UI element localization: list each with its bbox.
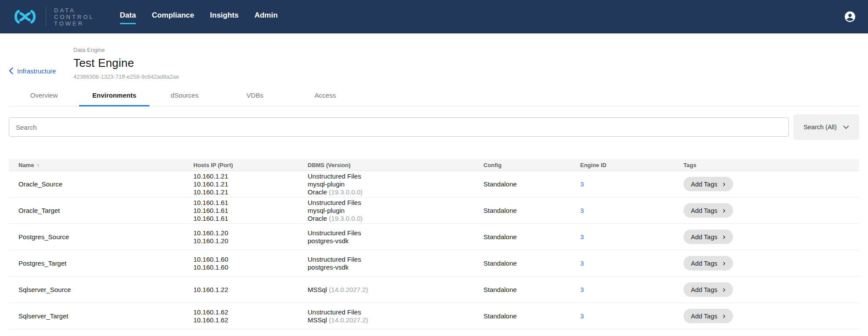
wordmark-line1: DATA xyxy=(54,7,94,14)
table-body: Oracle_Source 10.160.1.2110.160.1.2110.1… xyxy=(9,171,859,329)
cell-tags: Add Tags › xyxy=(683,282,859,297)
column-header-name[interactable]: Name↑ xyxy=(9,162,193,168)
cell-config: Standalone xyxy=(483,259,580,267)
search-input[interactable] xyxy=(9,117,789,137)
add-tags-button[interactable]: Add Tags › xyxy=(683,256,733,270)
account-icon[interactable] xyxy=(844,11,856,22)
cell-tags: Add Tags › xyxy=(683,256,859,270)
page-header: Infrastructure Data Engine Test Engine 4… xyxy=(0,33,868,80)
nav-item-insights[interactable]: Insights xyxy=(210,11,239,24)
cell-hosts: 10.160.1.6010.160.1.60 xyxy=(193,256,308,271)
cell-name: Oracle_Target xyxy=(9,207,193,215)
add-tags-button[interactable]: Add Tags › xyxy=(683,309,733,323)
cell-config: Standalone xyxy=(483,207,580,215)
table-row: Postgres_Target 10.160.1.6010.160.1.60 U… xyxy=(9,250,859,277)
cell-dbms: Unstructured Filesmysql-pluginOracle (19… xyxy=(308,172,483,196)
add-tags-label: Add Tags xyxy=(691,313,717,320)
table-row: Sqlserver_Source 10.160.1.22 MSSql (14.0… xyxy=(9,277,859,303)
cell-name: Postgres_Source xyxy=(9,233,193,241)
tab-access[interactable]: Access xyxy=(290,85,360,106)
tab-overview[interactable]: Overview xyxy=(9,85,79,106)
nav-item-data[interactable]: Data xyxy=(120,11,136,24)
cell-config: Standalone xyxy=(483,180,580,188)
header-main: Data Engine Test Engine 42366308-1323-71… xyxy=(73,47,179,80)
tab-dsources[interactable]: dSources xyxy=(149,85,220,106)
cell-name: Postgres_Target xyxy=(9,259,193,267)
chevron-right-icon: › xyxy=(723,206,725,214)
cell-hosts: 10.160.1.6210.160.1.62 xyxy=(193,308,308,324)
search-scope-label: Search (All) xyxy=(803,124,837,131)
chevron-right-icon: › xyxy=(723,232,725,241)
cell-config: Standalone xyxy=(483,233,580,241)
column-header-engine-id[interactable]: Engine ID xyxy=(580,162,683,168)
add-tags-label: Add Tags xyxy=(691,260,717,267)
chevron-right-icon: › xyxy=(723,311,725,320)
add-tags-label: Add Tags xyxy=(691,207,717,214)
cell-dbms: Unstructured Filespostgres-vsdk xyxy=(308,256,483,271)
cell-engine-id: 3 xyxy=(580,207,683,215)
cell-tags: Add Tags › xyxy=(683,230,859,244)
cell-name: Oracle_Source xyxy=(9,180,193,188)
column-header-dbms[interactable]: DBMS (Version) xyxy=(308,162,483,168)
cell-dbms: MSSql (14.0.2027.2) xyxy=(308,286,483,294)
add-tags-button[interactable]: Add Tags › xyxy=(683,203,733,218)
tab-environments[interactable]: Environments xyxy=(79,85,149,106)
add-tags-label: Add Tags xyxy=(691,286,717,293)
brand-logo: DATA CONTROL TOWER xyxy=(12,7,94,27)
add-tags-button[interactable]: Add Tags › xyxy=(683,230,733,244)
engine-id-link[interactable]: 3 xyxy=(580,286,584,293)
search-row: Search (All) xyxy=(9,114,859,140)
table-header-row: Name↑ Hosts IP (Port) DBMS (Version) Con… xyxy=(9,159,859,171)
cell-engine-id: 3 xyxy=(580,312,683,320)
engine-id-link[interactable]: 3 xyxy=(580,207,584,214)
sort-asc-icon: ↑ xyxy=(36,162,40,168)
wordmark-line3: TOWER xyxy=(54,20,94,27)
cell-config: Standalone xyxy=(483,286,580,294)
engine-id-link[interactable]: 3 xyxy=(580,233,584,241)
cell-hosts: 10.160.1.2110.160.1.2110.160.1.21 xyxy=(193,172,308,196)
dct-logo-icon xyxy=(12,8,38,26)
table-row: Postgres_Source 10.160.1.2010.160.1.20 U… xyxy=(9,224,859,250)
nav-item-admin[interactable]: Admin xyxy=(254,11,278,24)
column-header-tags[interactable]: Tags xyxy=(683,162,859,168)
cell-tags: Add Tags › xyxy=(683,309,859,323)
add-tags-label: Add Tags xyxy=(691,234,717,241)
engine-id-link[interactable]: 3 xyxy=(580,180,584,188)
engine-id-link[interactable]: 3 xyxy=(580,259,584,267)
logo-divider xyxy=(46,7,46,27)
cell-hosts: 10.160.1.2010.160.1.20 xyxy=(193,229,308,245)
add-tags-button[interactable]: Add Tags › xyxy=(683,282,733,297)
back-link-label: Infrastructure xyxy=(17,67,56,75)
wordmark-line2: CONTROL xyxy=(54,14,94,20)
table-row: Oracle_Source 10.160.1.2110.160.1.2110.1… xyxy=(9,171,859,197)
environments-table: Name↑ Hosts IP (Port) DBMS (Version) Con… xyxy=(9,159,859,329)
back-link-infrastructure[interactable]: Infrastructure xyxy=(9,47,73,80)
breadcrumb: Data Engine xyxy=(73,47,179,53)
cell-name: Sqlserver_Target xyxy=(9,312,193,320)
cell-hosts: 10.160.1.6110.160.1.6110.160.1.61 xyxy=(193,199,308,223)
cell-engine-id: 3 xyxy=(580,233,683,241)
nav-item-compliance[interactable]: Compliance xyxy=(152,11,194,24)
chevron-right-icon: › xyxy=(723,259,725,267)
cell-engine-id: 3 xyxy=(580,180,683,188)
cell-dbms: Unstructured FilesMSSql (14.0.2027.2) xyxy=(308,308,483,324)
cell-config: Standalone xyxy=(483,312,580,320)
chevron-left-icon xyxy=(9,67,13,74)
cell-tags: Add Tags › xyxy=(683,203,859,218)
main-nav: Data Compliance Insights Admin xyxy=(120,11,278,24)
column-header-hosts[interactable]: Hosts IP (Port) xyxy=(193,162,308,168)
chevron-down-icon xyxy=(843,125,849,129)
table-row: Sqlserver_Target 10.160.1.6210.160.1.62 … xyxy=(9,303,859,329)
engine-id-link[interactable]: 3 xyxy=(580,312,584,320)
cell-engine-id: 3 xyxy=(580,259,683,267)
add-tags-button[interactable]: Add Tags › xyxy=(683,177,733,191)
page-title: Test Engine xyxy=(73,56,179,70)
chevron-right-icon: › xyxy=(723,179,725,188)
cell-tags: Add Tags › xyxy=(683,177,859,191)
column-header-config[interactable]: Config xyxy=(483,162,580,168)
tab-bar: Overview Environments dSources VDBs Acce… xyxy=(9,85,859,106)
search-scope-dropdown[interactable]: Search (All) xyxy=(793,114,859,140)
tab-vdbs[interactable]: VDBs xyxy=(220,85,290,106)
cell-engine-id: 3 xyxy=(580,286,683,294)
cell-dbms: Unstructured Filespostgres-vsdk xyxy=(308,229,483,245)
